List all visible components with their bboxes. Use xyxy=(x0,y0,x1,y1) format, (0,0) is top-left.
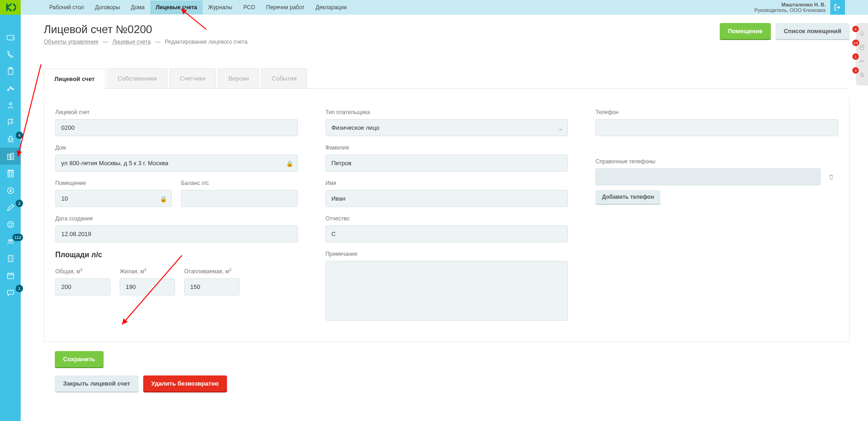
label-phone: Телефон xyxy=(595,109,838,115)
label-ref-phones: Справочные телефоны xyxy=(595,158,838,165)
logout-icon xyxy=(833,3,842,12)
stamp-icon xyxy=(6,135,15,144)
svg-point-17 xyxy=(9,223,10,224)
rp-note[interactable]: 13 xyxy=(856,40,868,54)
label-firstname: Имя xyxy=(326,180,568,186)
tab-events[interactable]: События xyxy=(261,68,307,88)
room-input xyxy=(55,190,172,207)
rp-broadcast[interactable]: 1 xyxy=(856,54,868,68)
clipboard-icon xyxy=(6,67,15,76)
topnav-item-accounts[interactable]: Лицевые счета xyxy=(150,0,203,14)
svg-rect-22 xyxy=(8,255,13,261)
add-phone-button[interactable]: Добавить телефон xyxy=(595,190,660,204)
sidebar-item-chart[interactable] xyxy=(0,80,21,97)
label-area-live: Жилая, м2 xyxy=(120,267,175,275)
account-input[interactable] xyxy=(55,119,298,136)
patronymic-input[interactable] xyxy=(326,225,568,242)
label-lastname: Фамилия xyxy=(326,144,568,151)
sidebar-item-people[interactable] xyxy=(0,97,21,114)
topnav-item-desktop[interactable]: Рабочий стол xyxy=(44,0,89,14)
wallet-icon xyxy=(6,33,15,42)
sad-icon xyxy=(6,220,15,229)
breadcrumb-link-1[interactable]: Объекты управления xyxy=(44,39,98,45)
ref-phone-input[interactable] xyxy=(595,168,821,185)
tab-account[interactable]: Лицевой счет xyxy=(44,69,105,89)
area-total-input[interactable] xyxy=(55,278,111,295)
tab-owners[interactable]: Собственники xyxy=(107,68,168,88)
delete-button[interactable]: Удалить безвозвратно xyxy=(143,375,227,392)
sidebar-item-calculator[interactable] xyxy=(0,165,21,182)
svg-point-18 xyxy=(11,223,12,224)
label-created: Дата создания xyxy=(55,215,298,222)
sidebar-item-flag[interactable] xyxy=(0,114,21,131)
coin-icon xyxy=(6,186,15,195)
rp-bell[interactable]: 4 xyxy=(856,27,868,40)
tab-meters[interactable]: Счетчики xyxy=(169,68,216,88)
label-patronymic: Отчество xyxy=(326,215,568,222)
right-panel: 4 13 1 3 xyxy=(856,23,868,86)
area-heat-input[interactable] xyxy=(184,278,239,295)
stamp2-icon xyxy=(859,72,865,78)
edit-icon xyxy=(6,203,15,212)
svg-point-14 xyxy=(11,175,12,176)
sidebar: 4 2 112 1 xyxy=(0,0,21,409)
firstname-input[interactable] xyxy=(326,190,568,207)
lock-icon: 🔒 xyxy=(160,195,167,202)
delete-phone-button[interactable] xyxy=(824,170,838,184)
sidebar-item-sad[interactable] xyxy=(0,216,21,233)
topnav-item-rso[interactable]: РСО xyxy=(238,0,261,14)
sidebar-item-building2[interactable] xyxy=(0,250,21,267)
logout-button[interactable] xyxy=(830,0,845,15)
building2-icon xyxy=(6,254,15,263)
svg-point-13 xyxy=(9,175,10,176)
house-input xyxy=(55,155,298,172)
note-textarea[interactable] xyxy=(326,261,568,321)
created-input[interactable] xyxy=(55,225,298,242)
badge: 3 xyxy=(852,67,859,74)
user-role: Руководитель, ООО Клюковка xyxy=(754,7,826,13)
area-live-input[interactable] xyxy=(120,278,175,295)
room-list-button[interactable]: Список помещений xyxy=(775,23,850,39)
note-icon xyxy=(859,44,865,51)
phone-input[interactable] xyxy=(595,119,838,136)
sidebar-item-phone[interactable] xyxy=(0,46,21,63)
topnav-item-journals[interactable]: Журналы xyxy=(203,0,238,14)
page-title: Лицевой счет №0200 xyxy=(44,23,720,36)
svg-point-11 xyxy=(9,173,10,174)
label-payer-type: Тип плательщика xyxy=(326,109,568,115)
topnav-item-houses[interactable]: Дома xyxy=(125,0,150,14)
flag-icon xyxy=(6,118,15,127)
topnav-item-declarations[interactable]: Декларации xyxy=(310,0,352,14)
sidebar-item-edit[interactable]: 2 xyxy=(0,199,21,216)
tab-versions[interactable]: Версии xyxy=(218,68,259,88)
sidebar-item-clipboard[interactable] xyxy=(0,63,21,80)
svg-rect-23 xyxy=(7,273,13,279)
badge: 13 xyxy=(852,40,859,46)
breadcrumb-link-2[interactable]: Лицевые счета xyxy=(112,39,151,45)
label-area-total: Общая, м2 xyxy=(55,267,111,275)
user-block[interactable]: Машталенко Н. В. Руководитель, ООО Клюко… xyxy=(754,2,830,13)
badge: 1 xyxy=(16,285,23,292)
sidebar-item-stamp[interactable]: 4 xyxy=(0,131,21,148)
tabs: Лицевой счет Собственники Счетчики Верси… xyxy=(44,68,850,89)
breadcrumb-current: Редактирование лицевого счета xyxy=(165,39,247,45)
app-logo[interactable] xyxy=(0,0,21,15)
rp-stamp[interactable]: 3 xyxy=(856,68,868,82)
sidebar-item-wallet[interactable] xyxy=(0,29,21,46)
payer-type-select[interactable] xyxy=(326,119,568,136)
sidebar-item-building[interactable] xyxy=(0,148,21,165)
sidebar-item-chat[interactable]: 1 xyxy=(0,284,21,301)
close-account-button[interactable]: Закрыть лицевой счет xyxy=(55,375,139,392)
balance-input[interactable] xyxy=(181,190,297,207)
topnav-item-contracts[interactable]: Договоры xyxy=(89,0,125,14)
room-button[interactable]: Помещение xyxy=(720,23,771,39)
save-button[interactable]: Сохранить xyxy=(55,351,104,367)
sidebar-item-calendar[interactable] xyxy=(0,267,21,284)
lastname-input[interactable] xyxy=(326,155,568,172)
sidebar-item-coin[interactable] xyxy=(0,182,21,199)
sidebar-item-group[interactable]: 112 xyxy=(0,233,21,250)
calculator-icon xyxy=(6,169,15,178)
broadcast-icon xyxy=(859,58,865,64)
svg-point-25 xyxy=(861,60,863,62)
topnav-item-works[interactable]: Перечни работ xyxy=(261,0,310,14)
